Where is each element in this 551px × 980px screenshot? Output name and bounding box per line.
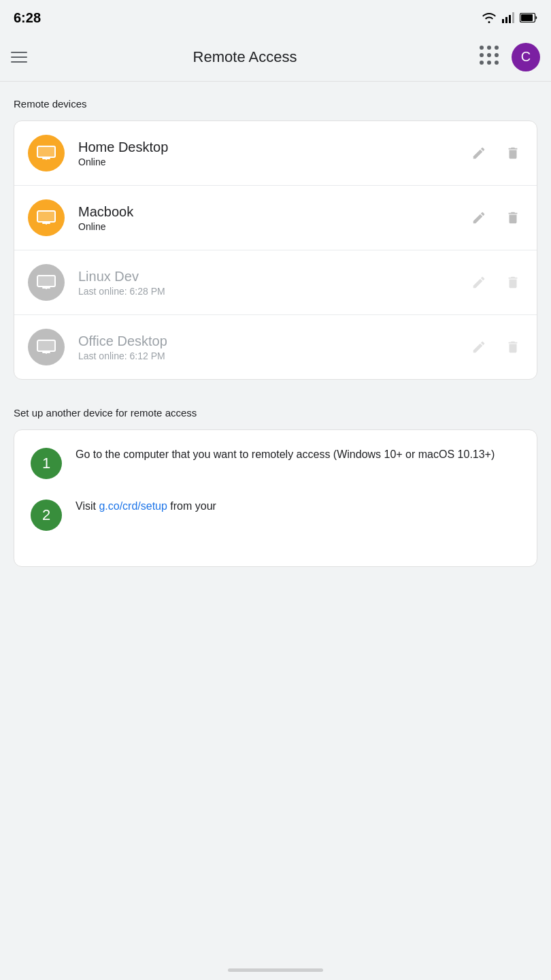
device-actions-linux-dev [469, 272, 523, 293]
wifi-icon [482, 12, 497, 23]
device-name-linux-dev: Linux Dev [78, 269, 469, 284]
device-icon-macbook [28, 199, 65, 236]
device-actions-office-desktop [469, 337, 523, 357]
device-status-home-desktop: Online [78, 157, 469, 167]
device-name-office-desktop: Office Desktop [78, 333, 469, 349]
device-icon-office-desktop [28, 329, 65, 365]
device-actions-home-desktop [469, 143, 523, 163]
svg-rect-11 [37, 276, 55, 287]
setup-section-label: Set up another device for remote access [14, 407, 537, 419]
device-status-linux-dev: Last online: 6:28 PM [78, 286, 469, 297]
apps-icon[interactable] [479, 45, 503, 69]
delete-linux-dev-button[interactable] [503, 272, 523, 293]
svg-rect-1 [505, 17, 507, 23]
main-content: Remote devices Home Desktop Online [0, 82, 551, 583]
battery-icon [520, 13, 537, 22]
device-item-home-desktop[interactable]: Home Desktop Online [14, 121, 537, 186]
edit-icon [471, 210, 486, 225]
edit-linux-dev-button[interactable] [469, 272, 489, 293]
bottom-nav-indicator [228, 968, 323, 972]
setup-step-2: 2 Visit g.co/crd/setup from your [31, 498, 520, 531]
device-icon-linux-dev [28, 264, 65, 301]
device-name-macbook: Macbook [78, 204, 469, 220]
status-bar: 6:28 [0, 0, 551, 33]
device-info-home-desktop: Home Desktop Online [78, 140, 469, 167]
svg-rect-9 [37, 211, 55, 222]
delete-icon [505, 340, 520, 355]
device-info-linux-dev: Linux Dev Last online: 6:28 PM [78, 269, 469, 297]
monitor-icon [36, 272, 56, 293]
page-title: Remote Access [35, 48, 454, 66]
edit-office-desktop-button[interactable] [469, 337, 489, 357]
device-status-office-desktop: Last online: 6:12 PM [78, 350, 469, 361]
step-number-2: 2 [31, 500, 62, 531]
edit-icon [471, 146, 486, 161]
svg-rect-0 [502, 19, 504, 23]
device-item-macbook[interactable]: Macbook Online [14, 186, 537, 250]
status-time: 6:28 [14, 10, 41, 26]
signal-icon [502, 12, 514, 23]
setup-step-1: 1 Go to the computer that you want to re… [31, 446, 520, 479]
delete-icon [505, 275, 520, 290]
edit-home-desktop-button[interactable] [469, 143, 489, 163]
edit-icon [471, 340, 486, 355]
monitor-icon [36, 143, 56, 163]
top-bar: Remote Access C [0, 33, 551, 82]
device-item-linux-dev[interactable]: Linux Dev Last online: 6:28 PM [14, 250, 537, 315]
device-icon-home-desktop [28, 135, 65, 172]
setup-link[interactable]: g.co/crd/setup [99, 500, 167, 512]
step-text-2: Visit g.co/crd/setup from your [76, 498, 520, 514]
setup-section: Set up another device for remote access … [14, 407, 537, 567]
menu-icon[interactable] [11, 45, 35, 69]
step-number-1: 1 [31, 448, 62, 479]
svg-rect-13 [37, 340, 55, 351]
device-actions-macbook [469, 208, 523, 228]
status-icons [482, 12, 537, 23]
step-text-1: Go to the computer that you want to remo… [76, 446, 520, 463]
svg-rect-2 [509, 15, 511, 23]
monitor-icon [36, 337, 56, 357]
remote-devices-label: Remote devices [14, 98, 537, 110]
top-bar-actions: C [479, 43, 540, 71]
svg-rect-7 [37, 146, 55, 157]
edit-macbook-button[interactable] [469, 208, 489, 228]
delete-icon [505, 210, 520, 225]
avatar[interactable]: C [512, 43, 540, 71]
delete-office-desktop-button[interactable] [503, 337, 523, 357]
device-list-card: Home Desktop Online [14, 120, 537, 380]
edit-icon [471, 275, 486, 290]
device-info-office-desktop: Office Desktop Last online: 6:12 PM [78, 333, 469, 361]
delete-home-desktop-button[interactable] [503, 143, 523, 163]
svg-rect-5 [521, 14, 533, 21]
monitor-icon [36, 208, 56, 228]
delete-macbook-button[interactable] [503, 208, 523, 228]
svg-rect-3 [512, 12, 514, 23]
device-item-office-desktop[interactable]: Office Desktop Last online: 6:12 PM [14, 315, 537, 379]
device-info-macbook: Macbook Online [78, 204, 469, 232]
device-name-home-desktop: Home Desktop [78, 140, 469, 155]
device-status-macbook: Online [78, 221, 469, 232]
delete-icon [505, 146, 520, 161]
setup-card: 1 Go to the computer that you want to re… [14, 429, 537, 567]
